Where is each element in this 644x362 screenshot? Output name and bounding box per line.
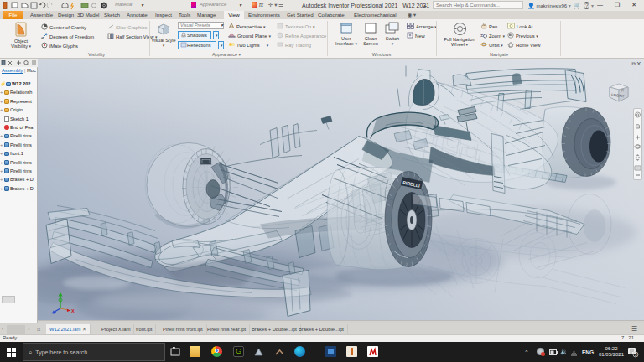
svg-text:X: X	[71, 308, 75, 313]
svg-text:3: 3	[635, 352, 637, 357]
